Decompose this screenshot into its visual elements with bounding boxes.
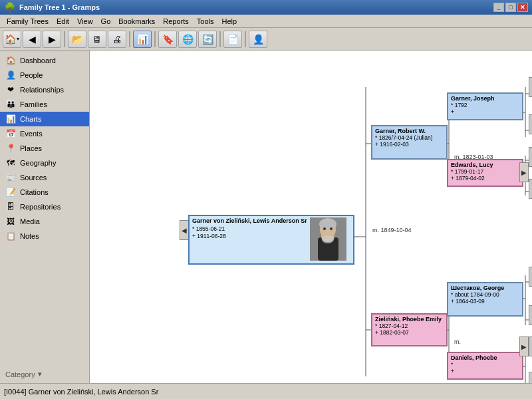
mother-box[interactable]: Zieliński, Phoebe Emily * 1827-04-12 + 1… (371, 313, 448, 346)
category-arrow-icon: ▾ (38, 370, 42, 378)
main-person-photo (310, 217, 346, 261)
separator-5 (245, 31, 246, 47)
menu-bar: Family Trees Edit View Go Bookmarks Repo… (0, 15, 532, 28)
minimize-button[interactable]: _ (493, 3, 504, 12)
mm-mother-box[interactable] (529, 372, 532, 383)
mothers-father-box[interactable]: Шестаков, George * about 1784-09-00 + 18… (447, 282, 523, 317)
sidebar-item-people[interactable]: 👤 People (0, 68, 89, 82)
maximize-button[interactable]: □ (505, 3, 516, 12)
father-box[interactable]: Garner, Robert W. * 1826/7-04-24 (Julian… (371, 125, 448, 160)
blank-button[interactable]: 📄 (223, 31, 242, 48)
menu-family-trees[interactable]: Family Trees (3, 16, 53, 27)
menu-help[interactable]: Help (218, 16, 241, 27)
geography-icon: 🗺 (5, 158, 16, 168)
back-icon: ◀ (29, 34, 36, 45)
scroll-right-icon-1: ▶ (521, 169, 527, 176)
separator-3 (154, 31, 156, 47)
fathers-mother-box[interactable]: Edwards, Lucy * 1799-01-17 + 1879-04-02 (447, 159, 523, 187)
sidebar-item-relationships[interactable]: ❤ Relationships (0, 82, 89, 97)
separator-2 (129, 31, 130, 47)
sidebar-item-places[interactable]: 📍 Places (0, 141, 89, 156)
mf-mother-box[interactable] (529, 305, 532, 325)
main-person-box[interactable]: Garner von Zieliński, Lewis Anderson Sr … (188, 215, 354, 265)
families-icon: 👪 (5, 99, 16, 110)
main-layout: 🏠 Dashboard 👤 People ❤ Relationships 👪 F… (0, 51, 532, 383)
forward-button[interactable]: ▶ (43, 31, 61, 48)
chart-icon: 📊 (137, 34, 148, 45)
chart-area: ◀ Garner von Zieliński, Lewis Anderson S… (90, 51, 532, 383)
app-title: Family Tree 1 - Gramps (19, 3, 100, 11)
mothers-mother-box[interactable]: Daniels, Phoebe * + (447, 352, 523, 380)
scroll-right-button-1[interactable]: ▶ (519, 162, 529, 182)
events-icon: 📅 (5, 128, 16, 139)
scroll-left-icon: ◀ (182, 227, 187, 234)
fullscreen-icon: 🖥 (92, 34, 102, 45)
home-icon: 🏠 (5, 34, 16, 45)
menu-edit[interactable]: Edit (53, 16, 73, 27)
bookmark-icon: 🔖 (162, 34, 174, 45)
sidebar-item-citations[interactable]: 📝 Citations (0, 185, 89, 200)
menu-go[interactable]: Go (97, 16, 115, 27)
window-controls: _ □ ✕ (493, 3, 528, 12)
app-icon: 🌳 (4, 2, 15, 13)
media-icon: 🖼 (5, 216, 16, 227)
sidebar-item-notes[interactable]: 📋 Notes (0, 229, 89, 243)
sidebar-item-geography[interactable]: 🗺 Geography (0, 156, 89, 170)
web-button[interactable]: 🌐 (178, 31, 197, 48)
mm-father-box[interactable] (529, 336, 532, 356)
dashboard-icon: 🏠 (5, 55, 16, 66)
menu-tools[interactable]: Tools (193, 16, 218, 27)
repositories-icon: 🗄 (5, 201, 16, 212)
close-button[interactable]: ✕ (517, 3, 528, 12)
sidebar-item-dashboard[interactable]: 🏠 Dashboard (0, 53, 89, 68)
svg-point-24 (319, 218, 336, 230)
marriage3-label: m. (454, 338, 461, 345)
sidebar-item-charts[interactable]: 📊 Charts (0, 112, 89, 126)
globe-button[interactable]: 🔄 (198, 31, 217, 48)
fathers-father-box[interactable]: Garner, Joseph * 1792 + (447, 92, 523, 120)
chart-button[interactable]: 📊 (133, 31, 152, 48)
charts-icon: 📊 (5, 114, 16, 124)
svg-point-27 (322, 235, 334, 243)
home-arrow: ▾ (17, 36, 19, 42)
category-selector[interactable]: Category ▾ (0, 368, 89, 380)
globe-icon: 🔄 (202, 34, 213, 45)
fullscreen-button[interactable]: 🖥 (88, 31, 106, 48)
status-bar: [I0044] Garner von Zieliński, Lewis Ande… (0, 383, 532, 399)
print-icon: 🖨 (112, 34, 122, 45)
scroll-left-button[interactable]: ◀ (180, 220, 189, 240)
open-button[interactable]: 📂 (68, 31, 86, 48)
status-text: [I0044] Garner von Zieliński, Lewis Ande… (4, 388, 158, 396)
scroll-right-button-2[interactable]: ▶ (519, 336, 529, 356)
bookmark-button[interactable]: 🔖 (158, 31, 177, 48)
sidebar-item-media[interactable]: 🖼 Media (0, 214, 89, 229)
open-icon: 📂 (72, 34, 83, 45)
sidebar-item-sources[interactable]: 📰 Sources (0, 170, 89, 185)
ff-father-box[interactable] (529, 77, 532, 97)
sidebar-item-families[interactable]: 👪 Families (0, 97, 89, 112)
menu-reports[interactable]: Reports (159, 16, 193, 27)
marriage2-label: m. 1849-10-04 (372, 227, 412, 233)
relationships-icon: ❤ (5, 84, 16, 95)
menu-bookmarks[interactable]: Bookmarks (114, 16, 159, 27)
separator-1 (64, 31, 65, 47)
svg-point-29 (330, 227, 332, 230)
person-icon: 👤 (253, 34, 264, 45)
notes-icon: 📋 (5, 231, 16, 241)
person-button[interactable]: 👤 (249, 31, 267, 48)
sidebar-item-repositories[interactable]: 🗄 Repositories (0, 200, 89, 214)
separator-4 (219, 31, 221, 47)
sidebar-item-events[interactable]: 📅 Events (0, 126, 89, 141)
svg-point-28 (323, 227, 326, 230)
people-icon: 👤 (5, 70, 16, 80)
ff-mother-box[interactable] (529, 114, 532, 134)
citations-icon: 📝 (5, 187, 16, 198)
fm-mother-box[interactable] (529, 179, 532, 199)
mf-father-box[interactable] (529, 267, 532, 287)
menu-view[interactable]: View (73, 16, 97, 27)
scroll-right-icon-2: ▶ (521, 343, 527, 350)
fm-father-box[interactable] (529, 147, 532, 167)
print-button[interactable]: 🖨 (108, 31, 126, 48)
back-button[interactable]: ◀ (23, 31, 41, 48)
home-button[interactable]: 🏠 ▾ (3, 31, 21, 48)
